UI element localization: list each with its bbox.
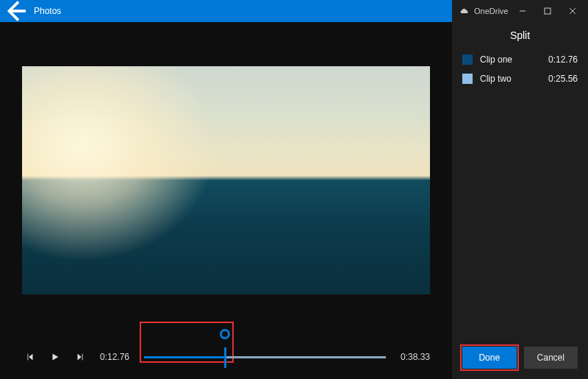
next-frame-icon [78, 354, 83, 361]
maximize-icon [545, 8, 551, 14]
back-button[interactable] [0, 0, 29, 22]
split-handle[interactable] [220, 329, 230, 339]
prev-frame-icon [28, 354, 33, 361]
onedrive-label: OneDrive [474, 7, 508, 15]
app-root: Photos 0:12.76 [0, 0, 588, 379]
total-time: 0:38.33 [401, 352, 430, 362]
prev-frame-button[interactable] [22, 349, 38, 365]
clip-one-segment [144, 356, 225, 358]
timeline[interactable] [144, 342, 386, 372]
maximize-button[interactable] [535, 0, 560, 22]
done-button[interactable]: Done [462, 347, 517, 369]
action-buttons: Done Cancel [452, 336, 588, 379]
video-viewer [0, 22, 452, 335]
split-marker-line [224, 347, 226, 368]
titlebar: Photos [0, 0, 452, 22]
playback-controls: 0:12.76 0:38.33 [0, 335, 452, 379]
side-panel: OneDrive Split Clip one0:12.76Clip two0:… [452, 0, 588, 379]
onedrive-status[interactable]: OneDrive [459, 7, 508, 15]
app-title: Photos [34, 6, 61, 16]
window-buttons [510, 0, 585, 22]
clip-label: Clip one [480, 54, 512, 65]
window-controls-bar: OneDrive [452, 0, 588, 22]
close-button[interactable] [560, 0, 585, 22]
clip-label: Clip two [480, 74, 512, 84]
next-frame-button[interactable] [72, 349, 88, 365]
clip-row[interactable]: Clip two0:25.56 [462, 74, 578, 84]
current-time: 0:12.76 [100, 352, 129, 362]
clip-duration: 0:12.76 [548, 54, 578, 65]
play-icon [53, 354, 59, 361]
cancel-button[interactable]: Cancel [524, 347, 578, 369]
play-button[interactable] [47, 349, 63, 365]
clip-list: Clip one0:12.76Clip two0:25.56 [452, 54, 588, 93]
minimize-button[interactable] [510, 0, 535, 22]
split-title: Split [452, 22, 588, 54]
clip-swatch [462, 74, 473, 84]
clip-duration: 0:25.56 [548, 74, 578, 84]
clip-left: Clip two [462, 74, 512, 84]
video-preview-image [22, 66, 430, 294]
main-panel: Photos 0:12.76 [0, 0, 452, 379]
clip-swatch [462, 54, 473, 65]
cloud-icon [459, 7, 470, 15]
clip-left: Clip one [462, 54, 512, 65]
clip-row[interactable]: Clip one0:12.76 [462, 54, 578, 65]
video-frame[interactable] [22, 66, 430, 294]
timeline-track [144, 356, 386, 358]
